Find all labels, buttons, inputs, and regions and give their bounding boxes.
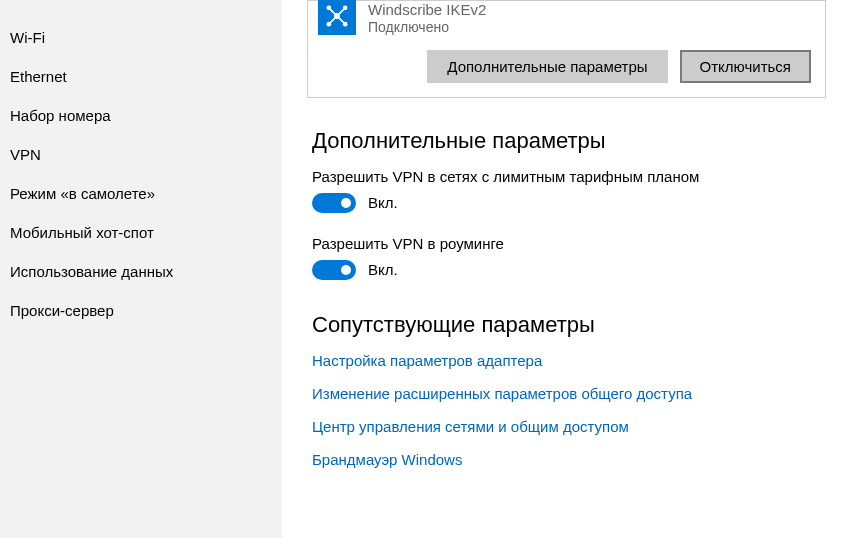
vpn-status-label: Подключено xyxy=(368,19,486,36)
related-heading: Сопутствующие параметры xyxy=(312,312,826,338)
roaming-toggle-state: Вкл. xyxy=(368,261,398,278)
advanced-section: Дополнительные параметры Разрешить VPN в… xyxy=(282,98,846,280)
svg-line-5 xyxy=(329,8,337,16)
svg-line-7 xyxy=(329,16,337,24)
vpn-connection-name: Windscribe IKEv2 xyxy=(368,1,486,19)
roaming-toggle[interactable] xyxy=(312,260,356,280)
vpn-network-icon xyxy=(318,0,356,35)
svg-line-6 xyxy=(337,8,345,16)
metered-toggle[interactable] xyxy=(312,193,356,213)
sidebar-item-datausage[interactable]: Использование данных xyxy=(0,252,282,291)
content-area: Windscribe IKEv2 Подключено Дополнительн… xyxy=(282,0,846,538)
sidebar-item-proxy[interactable]: Прокси-сервер xyxy=(0,291,282,330)
vpn-header: Windscribe IKEv2 Подключено xyxy=(318,1,811,50)
related-section: Сопутствующие параметры Настройка параме… xyxy=(282,302,846,468)
vpn-button-row: Дополнительные параметры Отключиться xyxy=(318,50,811,83)
advanced-params-button[interactable]: Дополнительные параметры xyxy=(427,50,667,83)
sidebar-item-airplane[interactable]: Режим «в самолете» xyxy=(0,174,282,213)
link-adapter-settings[interactable]: Настройка параметров адаптера xyxy=(312,352,826,369)
svg-line-8 xyxy=(337,16,345,24)
link-firewall[interactable]: Брандмауэр Windows xyxy=(312,451,826,468)
sidebar-item-dialup[interactable]: Набор номера xyxy=(0,96,282,135)
sidebar-item-wifi[interactable]: Wi-Fi xyxy=(0,18,282,57)
disconnect-button[interactable]: Отключиться xyxy=(680,50,811,83)
link-network-center[interactable]: Центр управления сетями и общим доступом xyxy=(312,418,826,435)
settings-sidebar: Wi-Fi Ethernet Набор номера VPN Режим «в… xyxy=(0,0,282,538)
roaming-setting-label: Разрешить VPN в роуминге xyxy=(312,235,826,252)
sidebar-item-ethernet[interactable]: Ethernet xyxy=(0,57,282,96)
sidebar-item-vpn[interactable]: VPN xyxy=(0,135,282,174)
link-sharing-settings[interactable]: Изменение расширенных параметров общего … xyxy=(312,385,826,402)
metered-setting-label: Разрешить VPN в сетях с лимитным тарифны… xyxy=(312,168,826,185)
metered-toggle-state: Вкл. xyxy=(368,194,398,211)
sidebar-item-hotspot[interactable]: Мобильный хот-спот xyxy=(0,213,282,252)
vpn-connection-card: Windscribe IKEv2 Подключено Дополнительн… xyxy=(307,0,826,98)
advanced-heading: Дополнительные параметры xyxy=(312,128,826,154)
